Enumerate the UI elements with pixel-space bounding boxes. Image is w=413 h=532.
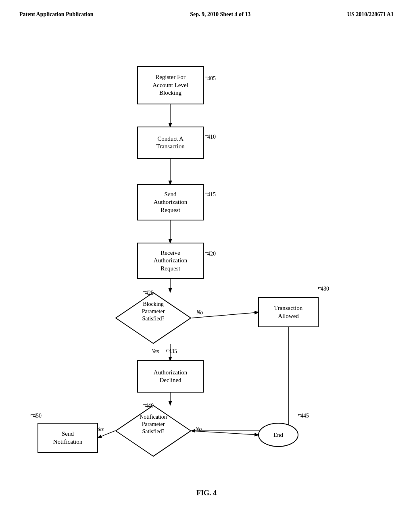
box-transaction-allowed: TransactionAllowed (258, 297, 319, 327)
header-center: Sep. 9, 2010 Sheet 4 of 13 (190, 11, 250, 18)
box-receive-auth: ReceiveAuthorizationRequest (137, 243, 204, 279)
box-auth-declined: AuthorizationDeclined (137, 360, 204, 393)
svg-marker-9 (116, 293, 191, 343)
header-right: US 2010/228671 A1 (347, 11, 394, 18)
box-send-auth: SendAuthorizationRequest (137, 184, 204, 220)
label-yes-440: Yes (96, 426, 104, 432)
box-register: Register ForAccount LevelBlocking (137, 66, 204, 104)
box-conduct: Conduct ATransaction (137, 127, 204, 159)
label-no-440: No (195, 426, 202, 432)
label-yes-425: Yes (152, 348, 159, 355)
box-send-notification: SendNotification (38, 423, 98, 453)
svg-marker-10 (116, 405, 191, 456)
fig-caption: FIG. 4 (0, 489, 413, 497)
diamond-blocking: BlockingParameterSatisfied? (115, 292, 192, 344)
label-no-425: No (196, 310, 203, 316)
header-left: Patent Application Publication (19, 11, 94, 18)
diagram-area: Register ForAccount LevelBlocking 405 ⌐ … (0, 26, 413, 509)
oval-end: End (258, 423, 298, 447)
page-header: Patent Application Publication Sep. 9, 2… (0, 0, 413, 18)
diamond-notification: NotificationParameterSatisfied? (115, 405, 192, 457)
